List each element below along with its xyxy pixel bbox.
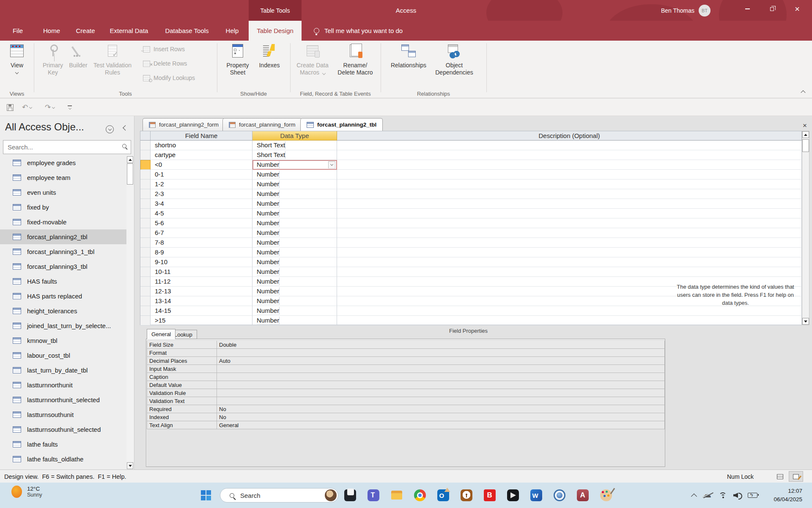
- scroll-down-button[interactable]: [127, 462, 133, 469]
- taskbar-app[interactable]: [524, 483, 548, 508]
- field-name-cell[interactable]: cartype: [151, 150, 252, 160]
- ribbon-tab[interactable]: Table Design: [249, 21, 302, 41]
- nav-item[interactable]: forcast_planning2_tbl: [0, 229, 127, 244]
- battery-charging-icon[interactable]: [748, 493, 757, 498]
- nav-item[interactable]: HAS parts replaced: [0, 289, 127, 304]
- nav-pane-collapse-button[interactable]: [123, 124, 129, 134]
- description-cell[interactable]: [337, 306, 802, 316]
- row-selector[interactable]: [140, 179, 151, 189]
- nav-item[interactable]: HAS faults: [0, 274, 127, 289]
- indexes-button[interactable]: Indexes: [254, 42, 285, 69]
- data-type-cell[interactable]: Number: [252, 316, 337, 326]
- description-cell[interactable]: [337, 179, 802, 189]
- data-type-cell[interactable]: Number: [252, 179, 337, 189]
- description-cell[interactable]: [337, 160, 802, 170]
- data-type-cell[interactable]: Short Text: [252, 150, 337, 160]
- field-name-cell[interactable]: 7-8: [151, 238, 252, 248]
- field-name-cell[interactable]: shortno: [151, 141, 252, 150]
- taskbar-app[interactable]: [408, 483, 431, 508]
- nav-item[interactable]: forcast_planning3_tbl: [0, 259, 127, 274]
- taskbar-app[interactable]: [338, 483, 362, 508]
- taskbar-app[interactable]: [431, 483, 455, 508]
- row-selector[interactable]: [140, 257, 151, 267]
- nav-item[interactable]: even units: [0, 185, 127, 200]
- property-value[interactable]: [217, 373, 665, 381]
- description-cell[interactable]: [337, 218, 802, 228]
- view-button[interactable]: View: [6, 42, 28, 74]
- row-selector[interactable]: [140, 296, 151, 306]
- nav-item[interactable]: joined_last_turn_by_selecte...: [0, 318, 127, 333]
- nav-item[interactable]: kmnow_tbl: [0, 333, 127, 348]
- taskbar-search[interactable]: Search: [220, 488, 338, 502]
- minimize-button[interactable]: [738, 0, 757, 18]
- save-button[interactable]: [7, 99, 14, 116]
- field-name-cell[interactable]: 13-14: [151, 296, 252, 306]
- description-cell[interactable]: [337, 150, 802, 160]
- row-selector[interactable]: [140, 141, 151, 150]
- datasheet-view-button[interactable]: [773, 471, 787, 482]
- search-icon[interactable]: [122, 144, 126, 148]
- nav-item[interactable]: lastturnsouthunit_selected: [0, 422, 127, 437]
- nav-item[interactable]: lathe faults_oldlathe: [0, 452, 127, 467]
- nav-item[interactable]: lastturnsouthunit: [0, 407, 127, 422]
- property-value[interactable]: [217, 365, 665, 373]
- data-type-cell[interactable]: Number: [252, 199, 337, 209]
- nav-pane-menu-button[interactable]: [106, 125, 114, 133]
- nav-item[interactable]: lathe faults: [0, 437, 127, 452]
- data-type-cell[interactable]: Short Text: [252, 141, 337, 150]
- nav-item[interactable]: forcast_planning3_1_tbl: [0, 244, 127, 259]
- data-type-cell[interactable]: Number: [252, 248, 337, 257]
- nav-scrollbar[interactable]: [126, 156, 134, 469]
- data-type-cell[interactable]: Number: [252, 306, 337, 316]
- close-document-icon[interactable]: ×: [801, 121, 809, 130]
- search-highlight-avatar[interactable]: [325, 489, 337, 501]
- row-selector[interactable]: [140, 199, 151, 209]
- data-type-cell[interactable]: Number: [252, 170, 337, 179]
- taskbar-app[interactable]: [362, 483, 385, 508]
- data-type-dropdown[interactable]: [328, 161, 335, 168]
- nav-item[interactable]: labour_cost_tbl: [0, 348, 127, 363]
- property-value[interactable]: [217, 349, 665, 357]
- nav-item[interactable]: height_tolerances: [0, 304, 127, 318]
- wifi-icon[interactable]: [719, 492, 727, 499]
- data-type-cell[interactable]: Number: [252, 267, 337, 277]
- start-button[interactable]: [201, 490, 211, 501]
- field-name-cell[interactable]: 4-5: [151, 209, 252, 218]
- tab-general[interactable]: General: [147, 329, 176, 339]
- row-selector[interactable]: [140, 218, 151, 228]
- field-name-cell[interactable]: 14-15: [151, 306, 252, 316]
- ribbon-tab[interactable]: Help: [222, 21, 243, 41]
- field-name-cell[interactable]: 5-6: [151, 218, 252, 228]
- taskbar-app[interactable]: [548, 483, 571, 508]
- field-name-cell[interactable]: 10-11: [151, 267, 252, 277]
- property-value[interactable]: Auto: [217, 357, 665, 365]
- field-name-cell[interactable]: 9-10: [151, 257, 252, 267]
- weather-widget[interactable]: 12°C Sunny: [11, 486, 42, 498]
- field-name-cell[interactable]: 12-13: [151, 287, 252, 296]
- taskbar-app[interactable]: [501, 483, 524, 508]
- nav-item[interactable]: fixed by: [0, 200, 127, 215]
- data-type-cell[interactable]: Number: [252, 238, 337, 248]
- property-value[interactable]: General: [217, 421, 665, 429]
- row-selector[interactable]: [140, 160, 151, 170]
- scroll-down-button[interactable]: [802, 318, 809, 325]
- restore-button[interactable]: [762, 0, 782, 18]
- nav-item[interactable]: employee grades: [0, 155, 127, 170]
- taskbar-app[interactable]: [571, 483, 594, 508]
- object-dependencies-button[interactable]: Object Dependencies: [431, 42, 478, 76]
- nav-item[interactable]: last_turn_by_date_tbl: [0, 363, 127, 378]
- data-type-cell[interactable]: Number: [252, 287, 337, 296]
- description-cell[interactable]: [337, 189, 802, 199]
- row-selector[interactable]: [140, 287, 151, 296]
- ribbon-tab[interactable]: Home: [37, 21, 66, 41]
- row-selector[interactable]: [140, 228, 151, 238]
- property-value[interactable]: [217, 397, 665, 405]
- property-value[interactable]: [217, 381, 665, 389]
- description-cell[interactable]: [337, 248, 802, 257]
- row-selector[interactable]: [140, 150, 151, 160]
- nav-item[interactable]: fixed-movable: [0, 215, 127, 229]
- description-cell[interactable]: [337, 170, 802, 179]
- scrollbar-thumb[interactable]: [802, 139, 809, 152]
- row-selector[interactable]: [140, 238, 151, 248]
- description-cell[interactable]: [337, 228, 802, 238]
